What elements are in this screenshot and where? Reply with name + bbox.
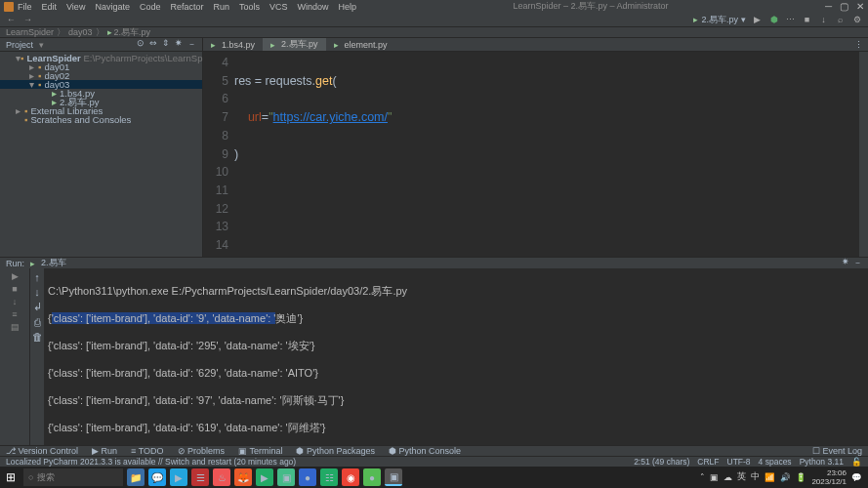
taskbar-clock[interactable]: 23:062023/12/1 bbox=[811, 468, 847, 486]
minimize-icon[interactable]: ─ bbox=[825, 1, 832, 12]
rerun-icon[interactable]: ▶ bbox=[10, 271, 20, 281]
tab-run[interactable]: ▶ Run bbox=[92, 446, 117, 456]
tab-packages[interactable]: ⬢ Python Packages bbox=[296, 446, 375, 456]
project-header-label[interactable]: Project bbox=[6, 40, 33, 50]
tray-onedrive-icon[interactable]: ☁ bbox=[723, 472, 732, 482]
status-indent[interactable]: 4 spaces bbox=[759, 457, 792, 467]
task-chrome-icon[interactable]: ◉ bbox=[342, 468, 359, 486]
system-tray[interactable]: ˄ ▣ ☁ 英 中 📶 🔊 🔋 23:062023/12/1 💬 bbox=[700, 468, 868, 486]
debug-icon[interactable]: ⬢ bbox=[768, 15, 779, 25]
menu-navigate[interactable]: Navigate bbox=[95, 2, 130, 12]
status-line-ending[interactable]: CRLF bbox=[697, 457, 719, 467]
menu-tools[interactable]: Tools bbox=[239, 2, 260, 12]
menu-vcs[interactable]: VCS bbox=[269, 2, 288, 12]
editor-tab-bs4[interactable]: ▸1.bs4.py bbox=[203, 38, 263, 51]
project-tree[interactable]: ▾▪LearnSpider E:\PycharmProjects\LearnSp… bbox=[0, 52, 202, 126]
hide-icon[interactable]: － bbox=[187, 38, 196, 51]
run-config-dropdown[interactable]: ▸ 2.易车.py ▾ bbox=[693, 14, 746, 26]
menu-help[interactable]: Help bbox=[339, 2, 357, 12]
task-app9-icon[interactable]: ● bbox=[363, 468, 381, 486]
tab-problems[interactable]: ⊘ Problems bbox=[178, 446, 226, 456]
taskbar-search[interactable]: ○ 搜索 bbox=[23, 468, 123, 486]
settings-icon[interactable]: ⚙ bbox=[851, 15, 862, 25]
start-button[interactable]: ⊞ bbox=[0, 467, 21, 488]
gear-icon[interactable]: ✷ bbox=[175, 38, 183, 51]
task-app7-icon[interactable]: ● bbox=[299, 468, 316, 486]
tray-icon[interactable]: ▣ bbox=[710, 472, 719, 482]
stop-icon[interactable]: ■ bbox=[802, 15, 812, 25]
lock-icon: 🔓 bbox=[851, 457, 862, 467]
status-encoding[interactable]: UTF-8 bbox=[727, 457, 751, 467]
print-icon[interactable]: ⎙ bbox=[34, 316, 41, 328]
stop-run-icon[interactable]: ■ bbox=[10, 284, 20, 294]
task-app4-icon[interactable]: ♨ bbox=[213, 468, 230, 486]
run-icon[interactable]: ▶ bbox=[752, 15, 763, 25]
tool-window-tabs: ⎇ Version Control ▶ Run ≡ TODO ⊘ Problem… bbox=[0, 445, 868, 456]
tree-file-bs4[interactable]: ▸1.bs4.py bbox=[0, 89, 202, 98]
close-icon[interactable]: ✕ bbox=[856, 1, 864, 12]
menu-refactor[interactable]: Refactor bbox=[170, 2, 203, 12]
forward-icon[interactable]: → bbox=[22, 15, 33, 25]
tab-version-control[interactable]: ⎇ Version Control bbox=[6, 446, 78, 456]
task-app1-icon[interactable]: 💬 bbox=[148, 468, 166, 486]
volume-icon[interactable]: 🔊 bbox=[780, 472, 791, 482]
trash-icon[interactable]: 🗑 bbox=[32, 331, 43, 343]
status-caret-pos[interactable]: 2:51 (49 chars) bbox=[634, 457, 689, 467]
task-firefox-icon[interactable]: 🦊 bbox=[234, 468, 252, 486]
title-bar: File Edit View Navigate Code Refactor Ru… bbox=[0, 0, 868, 13]
more-run-icon[interactable]: ⋯ bbox=[785, 15, 796, 25]
down-icon[interactable]: ↓ bbox=[10, 297, 20, 306]
battery-icon[interactable]: 🔋 bbox=[796, 472, 806, 482]
crumb-file[interactable]: 2.易车.py bbox=[114, 26, 151, 39]
notification-icon[interactable]: 💬 bbox=[851, 472, 862, 482]
up-stack-icon[interactable]: ↑ bbox=[34, 271, 40, 283]
tab-event-log[interactable]: ☐ Event Log bbox=[812, 446, 862, 456]
wifi-icon[interactable]: 📶 bbox=[765, 472, 775, 482]
tab-console[interactable]: ⬢ Python Console bbox=[389, 446, 461, 456]
crumb-project[interactable]: LearnSpider bbox=[6, 27, 54, 37]
down-stack-icon[interactable]: ↓ bbox=[34, 286, 40, 298]
menu-window[interactable]: Window bbox=[298, 2, 329, 12]
task-pycharm-icon[interactable]: ▣ bbox=[385, 468, 402, 486]
window-title: LearnSpider – 2.易车.py – Administrator bbox=[356, 0, 825, 13]
crumb-folder[interactable]: day03 bbox=[68, 27, 93, 37]
menu-code[interactable]: Code bbox=[140, 2, 161, 12]
run-header-label: Run: bbox=[6, 259, 24, 268]
menu-run[interactable]: Run bbox=[213, 2, 229, 12]
tree-scratches[interactable]: ▪Scratches and Consoles bbox=[0, 115, 202, 124]
tab-todo[interactable]: ≡ TODO bbox=[131, 446, 163, 456]
editor-tab-yiche[interactable]: ▸2.易车.py bbox=[263, 38, 326, 51]
task-explorer-icon[interactable]: 📁 bbox=[127, 468, 145, 486]
layout-icon[interactable]: ▤ bbox=[10, 322, 20, 332]
tab-terminal[interactable]: ▣ Terminal bbox=[238, 446, 282, 456]
task-app5-icon[interactable]: ▶ bbox=[256, 468, 273, 486]
task-app2-icon[interactable]: ▶ bbox=[170, 468, 187, 486]
vcs-update-icon[interactable]: ↓ bbox=[818, 15, 829, 25]
code-editor[interactable]: 456789101112131415 res = requests.get( u… bbox=[203, 52, 868, 257]
maximize-icon[interactable]: ▢ bbox=[840, 1, 848, 12]
menu-edit[interactable]: Edit bbox=[42, 2, 58, 12]
ime-indicator[interactable]: 英 bbox=[737, 471, 746, 483]
locate-icon[interactable]: ⊙ bbox=[137, 38, 145, 51]
tray-up-icon[interactable]: ˄ bbox=[700, 472, 705, 482]
ime-indicator2[interactable]: 中 bbox=[751, 471, 760, 483]
tree-folder-day03[interactable]: ▾▪day03 bbox=[0, 80, 202, 89]
status-message[interactable]: Localized PyCharm 2021.3.3 is available … bbox=[6, 457, 296, 467]
task-app3-icon[interactable]: ☰ bbox=[191, 468, 209, 486]
app-logo-icon bbox=[4, 2, 14, 12]
wrap-icon[interactable]: ↲ bbox=[33, 301, 42, 313]
editor-tab-element[interactable]: ▸element.py bbox=[326, 38, 395, 51]
menu-view[interactable]: View bbox=[66, 2, 85, 12]
menu-file[interactable]: File bbox=[18, 2, 32, 12]
task-app6-icon[interactable]: ▣ bbox=[277, 468, 295, 486]
expand-icon[interactable]: ⇔ bbox=[149, 38, 157, 51]
task-app8-icon[interactable]: ☷ bbox=[320, 468, 338, 486]
editor-scrollbar[interactable] bbox=[859, 52, 868, 257]
collapse-icon[interactable]: ⇕ bbox=[162, 38, 170, 51]
search-everywhere-icon[interactable]: ⌕ bbox=[835, 15, 846, 25]
windows-taskbar: ⊞ ○ 搜索 📁 💬 ▶ ☰ ♨ 🦊 ▶ ▣ ● ☷ ◉ ● ▣ ˄ ▣ ☁ 英… bbox=[0, 467, 868, 488]
back-icon[interactable]: ← bbox=[6, 15, 17, 25]
tab-list-icon[interactable]: ⋮ bbox=[849, 40, 868, 50]
status-interpreter[interactable]: Python 3.11 bbox=[800, 457, 844, 467]
filter-icon[interactable]: ≡ bbox=[10, 309, 20, 319]
